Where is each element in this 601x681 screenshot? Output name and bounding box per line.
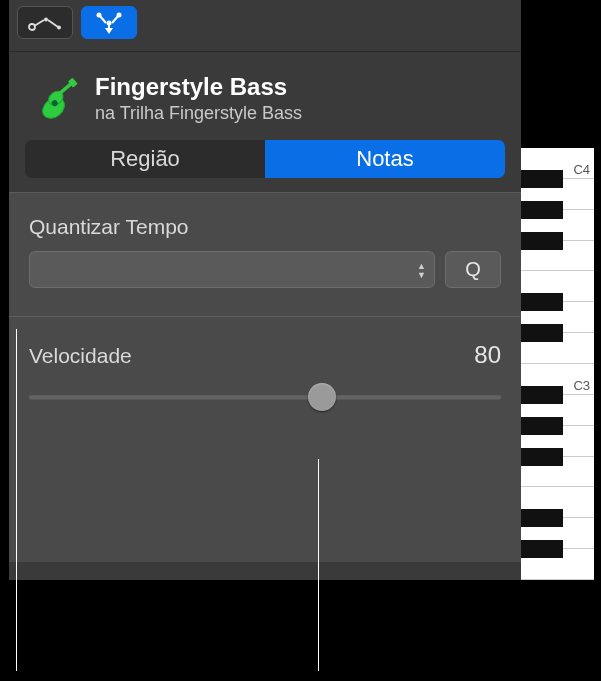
svg-line-1 bbox=[35, 20, 44, 26]
velocity-slider[interactable] bbox=[29, 387, 501, 407]
black-key[interactable] bbox=[521, 232, 563, 250]
quantize-dropdown[interactable]: ▲▼ bbox=[29, 251, 435, 288]
svg-point-0 bbox=[29, 24, 35, 30]
velocity-value: 80 bbox=[474, 341, 501, 369]
callout-leader bbox=[16, 329, 17, 671]
tab-bar: Região Notas bbox=[9, 140, 521, 192]
black-key[interactable] bbox=[521, 170, 563, 188]
velocity-label: Velocidade bbox=[29, 344, 132, 368]
key-label-c4: C4 bbox=[573, 162, 590, 177]
region-subtitle: na Trilha Fingerstyle Bass bbox=[95, 103, 302, 124]
slider-track bbox=[29, 395, 501, 400]
toolbar bbox=[9, 0, 521, 52]
quantize-label: Quantizar Tempo bbox=[29, 215, 501, 239]
divider bbox=[9, 316, 521, 317]
svg-point-4 bbox=[57, 25, 61, 29]
black-key[interactable] bbox=[521, 540, 563, 558]
black-key[interactable] bbox=[521, 293, 563, 311]
chevron-updown-icon: ▲▼ bbox=[417, 261, 426, 278]
black-key[interactable] bbox=[521, 448, 563, 466]
region-title: Fingerstyle Bass bbox=[95, 73, 302, 101]
tab-region[interactable]: Região bbox=[25, 140, 265, 178]
svg-point-10 bbox=[107, 20, 112, 25]
inspector-panel: Fingerstyle Bass na Trilha Fingerstyle B… bbox=[9, 0, 521, 580]
key-label-c3: C3 bbox=[573, 378, 590, 393]
black-key[interactable] bbox=[521, 386, 563, 404]
notes-body: Quantizar Tempo ▲▼ Q Velocidade 80 bbox=[9, 192, 521, 562]
quantize-apply-button[interactable]: Q bbox=[445, 251, 501, 288]
svg-point-8 bbox=[97, 12, 102, 17]
black-key[interactable] bbox=[521, 201, 563, 219]
midi-merge-tool-button[interactable] bbox=[81, 6, 137, 39]
svg-marker-11 bbox=[105, 28, 113, 34]
black-key[interactable] bbox=[521, 417, 563, 435]
slider-thumb[interactable] bbox=[308, 383, 336, 411]
callout-leader bbox=[318, 459, 319, 671]
tab-notes[interactable]: Notas bbox=[265, 140, 505, 178]
instrument-icon bbox=[25, 70, 81, 126]
automation-tool-button[interactable] bbox=[17, 6, 73, 39]
svg-point-2 bbox=[44, 17, 48, 21]
black-key[interactable] bbox=[521, 509, 563, 527]
svg-point-9 bbox=[117, 12, 122, 17]
piano-keyboard[interactable]: C4 C3 bbox=[521, 148, 594, 580]
region-header: Fingerstyle Bass na Trilha Fingerstyle B… bbox=[9, 52, 521, 140]
svg-line-3 bbox=[48, 20, 58, 27]
black-key[interactable] bbox=[521, 324, 563, 342]
